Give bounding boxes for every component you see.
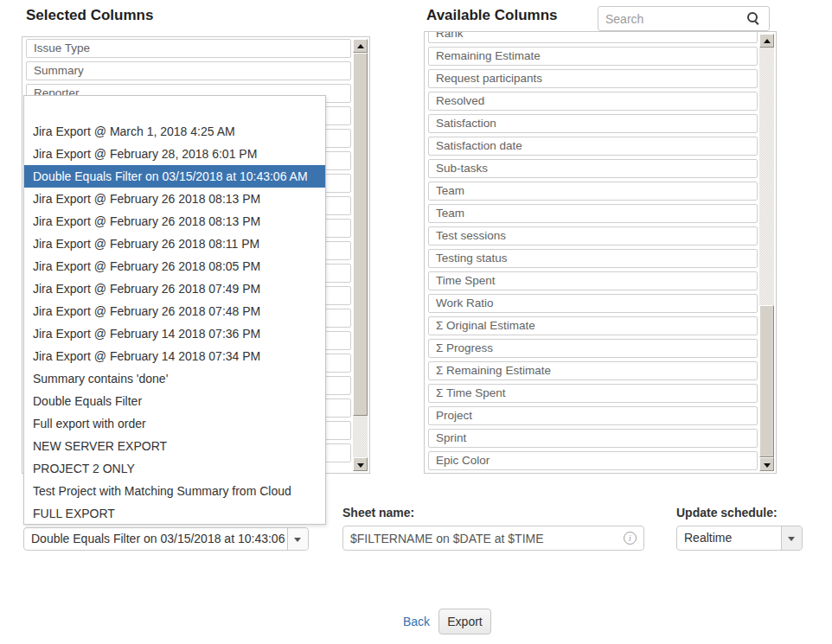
update-schedule-select[interactable]: Realtime — [676, 526, 803, 551]
dropdown-option[interactable]: Jira Export @ February 26 2018 08:05 PM — [24, 255, 325, 277]
scroll-up-button[interactable] — [759, 34, 774, 48]
scroll-down-button[interactable] — [759, 457, 774, 471]
list-item[interactable]: Sub-tasks — [428, 159, 758, 178]
sheet-name-input[interactable] — [342, 526, 644, 551]
list-item[interactable]: Summary — [26, 61, 351, 80]
dropdown-option[interactable]: Full export with order — [24, 412, 325, 435]
filter-dropdown-menu: Jira Export @ March 1, 2018 4:25 AMJira … — [23, 95, 326, 525]
list-item[interactable]: Σ Progress — [428, 339, 758, 358]
available-columns-title: Available Columns — [426, 7, 557, 24]
arrow-down-icon — [357, 463, 364, 468]
scroll-up-button[interactable] — [353, 39, 368, 53]
filter-select-value: Double Equals Filter on 03/15/2018 at 10… — [31, 528, 285, 550]
list-item[interactable]: Time Spent — [428, 271, 758, 290]
dropdown-option[interactable]: FULL EXPORT — [24, 502, 325, 525]
scroll-thumb[interactable] — [353, 53, 368, 416]
list-item[interactable]: Testing status — [428, 249, 758, 268]
dropdown-option[interactable]: Jira Export @ February 26 2018 07:49 PM — [24, 277, 325, 300]
selected-columns-scrollbar[interactable] — [353, 39, 368, 471]
back-link[interactable]: Back — [403, 615, 430, 628]
list-item[interactable]: Σ Original Estimate — [428, 316, 758, 335]
scroll-down-button[interactable] — [353, 457, 368, 471]
arrow-up-icon — [357, 44, 364, 48]
update-schedule-arrow-button[interactable] — [781, 526, 802, 550]
available-columns-listbox: RankRemaining EstimateRequest participan… — [424, 31, 777, 474]
list-item[interactable]: Rank — [428, 32, 758, 43]
list-item[interactable]: Work Ratio — [428, 294, 758, 313]
list-item[interactable]: Test sessions — [428, 226, 758, 245]
arrow-up-icon — [764, 39, 771, 43]
dropdown-option[interactable]: Jira Export @ February 14 2018 07:34 PM — [24, 345, 325, 367]
filter-select-arrow-button[interactable] — [287, 528, 308, 550]
info-icon[interactable]: i — [624, 532, 637, 545]
list-item[interactable]: Project — [428, 406, 758, 425]
dropdown-option[interactable]: PROJECT 2 ONLY — [24, 457, 325, 480]
dropdown-option[interactable]: Jira Export @ February 28, 2018 6:01 PM — [24, 143, 325, 165]
available-columns-scrollbar[interactable] — [759, 34, 774, 471]
dropdown-option[interactable]: Jira Export @ February 26 2018 07:48 PM — [24, 300, 325, 322]
list-item[interactable]: Remaining Estimate — [428, 47, 758, 66]
list-item[interactable]: Σ Remaining Estimate — [428, 361, 758, 380]
chevron-down-icon — [294, 538, 301, 542]
update-schedule-label: Update schedule: — [676, 506, 778, 520]
list-item[interactable]: Satisfaction date — [428, 137, 758, 156]
dropdown-option[interactable]: Test Project with Matching Summary from … — [24, 480, 325, 502]
export-button[interactable]: Export — [438, 609, 491, 634]
available-columns-list: RankRemaining EstimateRequest participan… — [425, 32, 758, 473]
list-item[interactable]: Team — [428, 182, 758, 201]
dropdown-option[interactable]: Summary contains 'done' — [24, 367, 325, 390]
sheet-name-label: Sheet name: — [342, 506, 414, 520]
dropdown-option[interactable]: Double Equals Filter on 03/15/2018 at 10… — [24, 165, 325, 188]
dropdown-option[interactable] — [24, 98, 325, 120]
list-item[interactable]: Sprint — [428, 429, 758, 448]
scroll-thumb[interactable] — [759, 305, 774, 457]
selected-columns-title: Selected Columns — [26, 7, 153, 24]
dropdown-option[interactable]: Jira Export @ March 1, 2018 4:25 AM — [24, 120, 325, 143]
search-input[interactable] — [605, 8, 735, 29]
dropdown-option[interactable]: NEW SERVER EXPORT — [24, 435, 325, 457]
dropdown-option[interactable]: Jira Export @ February 26 2018 08:11 PM — [24, 233, 325, 255]
list-item[interactable]: Epic Color — [428, 451, 758, 470]
dropdown-option[interactable]: Jira Export @ February 26 2018 08:13 PM — [24, 210, 325, 233]
list-item[interactable]: Request participants — [428, 69, 758, 88]
update-schedule-value: Realtime — [684, 526, 779, 550]
search-box — [598, 6, 770, 31]
dropdown-option[interactable]: Jira Export @ February 14 2018 07:36 PM — [24, 322, 325, 345]
list-item[interactable]: Team — [428, 204, 758, 223]
search-icon[interactable] — [747, 12, 760, 25]
list-item[interactable]: Σ Time Spent — [428, 384, 758, 403]
list-item[interactable]: Issue Type — [26, 39, 351, 58]
dropdown-option[interactable]: Double Equals Filter — [24, 390, 325, 412]
dropdown-option[interactable]: Jira Export @ February 26 2018 08:13 PM — [24, 188, 325, 210]
filter-select[interactable]: Double Equals Filter on 03/15/2018 at 10… — [23, 527, 309, 551]
arrow-down-icon — [764, 463, 771, 468]
list-item[interactable]: Resolved — [428, 92, 758, 111]
chevron-down-icon — [788, 537, 795, 541]
list-item[interactable]: Satisfaction — [428, 114, 758, 133]
